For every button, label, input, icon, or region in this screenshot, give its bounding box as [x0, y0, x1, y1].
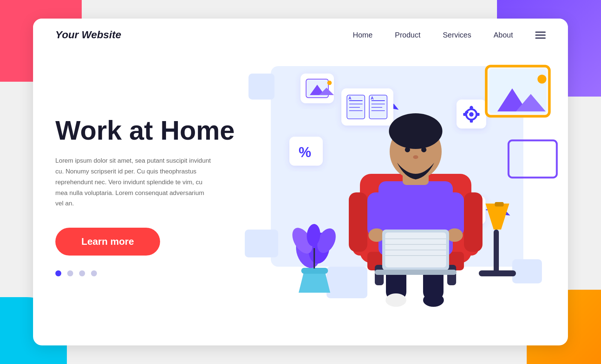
dot-2[interactable] — [67, 270, 73, 276]
left-panel: Work at Home Lorem ipsum dolor sit amet,… — [55, 51, 241, 334]
bg-rect-small-1 — [248, 74, 274, 100]
svg-text:A: A — [348, 96, 351, 100]
navbar: Your Website Home Product Services About — [33, 19, 568, 51]
svg-rect-35 — [375, 265, 384, 285]
carousel-dots — [55, 270, 241, 276]
learn-more-button[interactable]: Learn more — [55, 228, 160, 256]
bg-rect-small-3 — [512, 259, 542, 283]
nav-item-about[interactable]: About — [494, 31, 513, 39]
illustration-svg: A A % — [241, 51, 561, 334]
main-card: Your Website Home Product Services About… — [33, 19, 568, 345]
svg-rect-20 — [470, 119, 473, 123]
bg-rect-small-4 — [327, 267, 367, 298]
dot-4[interactable] — [91, 270, 97, 276]
purple-empty-frame — [509, 140, 557, 178]
svg-point-49 — [405, 147, 410, 152]
right-panel: A A % — [241, 51, 561, 334]
svg-rect-58 — [375, 270, 457, 275]
svg-rect-33 — [464, 192, 483, 252]
hamburger-line-3 — [535, 38, 546, 39]
hamburger-line-2 — [535, 35, 546, 36]
svg-rect-32 — [349, 192, 367, 252]
svg-point-50 — [421, 147, 426, 152]
svg-rect-59 — [495, 202, 504, 207]
svg-text:%: % — [299, 144, 311, 160]
hero-description: Lorem ipsum dolor sit amet, sea putant s… — [55, 156, 211, 209]
hamburger-line-1 — [535, 32, 546, 33]
bg-rect-small-2 — [245, 230, 278, 257]
svg-point-48 — [389, 113, 442, 149]
hamburger-menu[interactable] — [535, 32, 546, 39]
svg-point-3 — [327, 81, 332, 85]
svg-rect-60 — [301, 268, 328, 274]
lamp-base — [479, 270, 516, 276]
lamp-pole — [494, 230, 499, 274]
nav-links: Home Product Services About — [353, 31, 513, 39]
svg-text:A: A — [371, 96, 374, 100]
svg-point-51 — [413, 155, 418, 159]
svg-point-30 — [537, 75, 546, 84]
hero-title: Work at Home — [55, 116, 241, 145]
svg-point-39 — [386, 293, 406, 307]
nav-item-services[interactable]: Services — [443, 31, 471, 39]
dot-1[interactable] — [55, 270, 61, 276]
svg-point-40 — [423, 293, 444, 307]
dot-3[interactable] — [79, 270, 85, 276]
svg-rect-22 — [476, 113, 480, 116]
nav-item-home[interactable]: Home — [353, 31, 373, 39]
nav-item-product[interactable]: Product — [395, 31, 420, 39]
svg-point-18 — [469, 112, 474, 117]
logo: Your Website — [55, 29, 121, 41]
main-content: Work at Home Lorem ipsum dolor sit amet,… — [33, 51, 568, 345]
